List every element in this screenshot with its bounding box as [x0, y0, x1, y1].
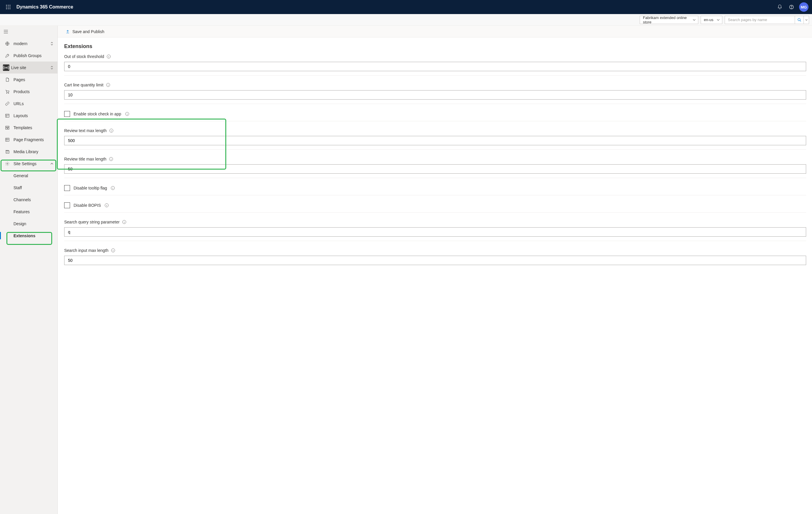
- sidebar-item-label: Pages: [12, 77, 55, 82]
- cart-line-qty-limit-input[interactable]: [64, 90, 806, 99]
- sidebar-item-page-fragments[interactable]: Page Fragments: [0, 133, 57, 146]
- sidebar-item-products[interactable]: Products: [0, 86, 57, 97]
- sidebar-item-label: Media Library: [12, 149, 55, 154]
- locale-picker[interactable]: en-us: [701, 16, 722, 24]
- svg-point-3: [6, 7, 7, 8]
- info-icon[interactable]: [109, 128, 114, 133]
- disable-tooltip-checkbox[interactable]: [64, 185, 70, 191]
- sidebar-sub-channels[interactable]: Channels: [0, 193, 57, 206]
- svg-point-7: [8, 8, 9, 9]
- notifications-button[interactable]: [774, 0, 786, 14]
- layout-icon: [5, 113, 10, 118]
- store-picker[interactable]: Fabrikam extended online store: [640, 16, 698, 24]
- sidebar-item-label: Publish Groups: [12, 53, 55, 58]
- sidebar-sub-extensions[interactable]: Extensions: [0, 230, 57, 242]
- sidebar-item-site-settings[interactable]: Site Settings: [0, 157, 57, 170]
- sort-icon: [50, 66, 55, 70]
- broadcast-icon: [3, 64, 9, 71]
- settings-scroll[interactable]: Extensions Out of stock threshold Cart l…: [58, 37, 812, 514]
- sidebar-item-label: Products: [12, 89, 55, 94]
- sidebar-item-pages[interactable]: Pages: [0, 73, 57, 86]
- sidebar-sub-general[interactable]: General: [0, 170, 57, 182]
- sidebar-item-live-site[interactable]: Live site: [0, 61, 57, 73]
- product-name: Dynamics 365 Commerce: [17, 4, 73, 10]
- review-title-max-input[interactable]: [64, 164, 806, 174]
- sidebar-sub-design[interactable]: Design: [0, 218, 57, 230]
- sidebar-sub-features[interactable]: Features: [0, 206, 57, 218]
- disable-bopis-checkbox[interactable]: [64, 202, 70, 208]
- sort-icon: [50, 41, 55, 46]
- page-search-split-button[interactable]: [804, 16, 809, 24]
- info-icon[interactable]: [111, 248, 115, 253]
- field-review-text-max: Review text max length: [64, 128, 806, 150]
- enable-stock-check-checkbox[interactable]: [64, 111, 70, 117]
- svg-rect-18: [6, 126, 9, 127]
- sidebar-item-label: Layouts: [12, 113, 55, 118]
- sidebar-item-templates[interactable]: Templates: [0, 122, 57, 133]
- sidebar-sub-label: Features: [13, 209, 30, 214]
- info-icon[interactable]: [104, 203, 109, 208]
- field-label: Disable BOPIS: [74, 203, 101, 208]
- nav-collapse-button[interactable]: [0, 26, 12, 37]
- svg-point-6: [6, 8, 7, 9]
- svg-rect-21: [6, 138, 9, 141]
- info-icon[interactable]: [111, 186, 115, 190]
- svg-point-0: [6, 5, 7, 6]
- chevron-down-icon: [717, 19, 720, 21]
- link-icon: [5, 101, 10, 106]
- field-label: Enable stock check in app: [74, 112, 121, 116]
- field-label: Review text max length: [64, 128, 107, 133]
- question-icon: [789, 4, 794, 10]
- sidebar-item-urls[interactable]: URLs: [0, 97, 57, 110]
- app-launcher-button[interactable]: [3, 2, 13, 12]
- sidebar-item-layouts[interactable]: Layouts: [0, 110, 57, 122]
- svg-point-14: [6, 67, 7, 68]
- info-icon[interactable]: [122, 220, 126, 224]
- svg-point-8: [10, 8, 10, 9]
- rocket-icon: [5, 53, 10, 58]
- field-label: Search input max length: [64, 248, 109, 253]
- svg-point-10: [791, 8, 791, 8]
- search-icon: [798, 18, 802, 22]
- main-content: Save and Publish Extensions Out of stock…: [58, 26, 812, 514]
- help-button[interactable]: [786, 0, 798, 14]
- chevron-up-icon: [50, 162, 55, 165]
- save-and-publish-button[interactable]: Save and Publish: [64, 27, 106, 36]
- media-icon: [5, 149, 10, 154]
- sidebar-sub-label: Design: [13, 221, 26, 226]
- template-icon: [5, 125, 10, 130]
- user-avatar[interactable]: MG: [799, 2, 809, 12]
- sidebar-item-publish-groups[interactable]: Publish Groups: [0, 50, 57, 61]
- info-icon[interactable]: [106, 54, 111, 59]
- svg-rect-17: [6, 114, 9, 117]
- search-input-max-input[interactable]: [64, 256, 806, 265]
- page-search-input[interactable]: [725, 16, 795, 24]
- info-icon[interactable]: [125, 112, 129, 116]
- search-query-param-input[interactable]: [64, 227, 806, 237]
- info-icon[interactable]: [109, 157, 113, 161]
- field-label: Search query string parameter: [64, 220, 120, 224]
- svg-point-11: [798, 18, 800, 21]
- sidebar-item-label: Templates: [12, 125, 55, 130]
- command-bar: Save and Publish: [58, 26, 812, 37]
- page-icon: [5, 77, 10, 82]
- page-search-button[interactable]: [795, 16, 804, 24]
- bell-icon: [777, 4, 782, 10]
- hamburger-icon: [3, 29, 8, 34]
- info-icon[interactable]: [106, 83, 111, 87]
- field-enable-stock-check: Enable stock check in app: [64, 111, 806, 121]
- field-label: Cart line quantity limit: [64, 83, 104, 87]
- out-of-stock-threshold-input[interactable]: [64, 62, 806, 71]
- sidebar-sub-label: General: [13, 173, 28, 178]
- svg-point-4: [8, 7, 9, 8]
- sidebar-item-modern[interactable]: modern: [0, 37, 57, 50]
- review-text-max-input[interactable]: [64, 136, 806, 145]
- svg-point-15: [6, 93, 7, 93]
- sidebar-sub-staff[interactable]: Staff: [0, 182, 57, 193]
- sidebar-item-media-library[interactable]: Media Library: [0, 146, 57, 157]
- sidebar-sub-label: Extensions: [13, 234, 35, 238]
- context-bar: Fabrikam extended online store en-us: [0, 14, 812, 26]
- command-label: Save and Publish: [72, 29, 104, 34]
- chevron-down-icon: [693, 19, 696, 21]
- sidebar-sub-label: Staff: [13, 185, 22, 190]
